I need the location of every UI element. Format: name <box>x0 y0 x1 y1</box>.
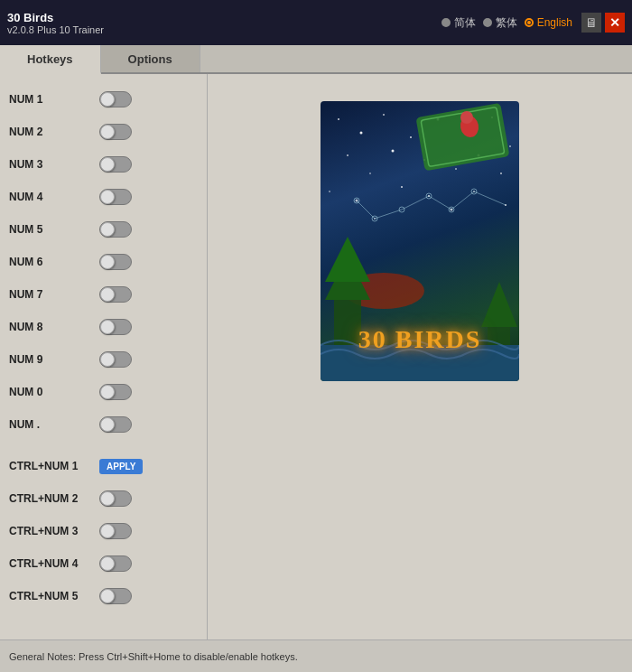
lang-traditional-label: 繁体 <box>496 15 517 31</box>
svg-line-23 <box>357 201 375 219</box>
toggle-knob-num2 <box>100 125 115 139</box>
svg-point-2 <box>383 114 385 116</box>
svg-point-0 <box>338 118 339 120</box>
toggle-knob-num9 <box>100 352 115 367</box>
svg-point-8 <box>347 154 349 156</box>
options-panel: 30 BIRDS <box>208 74 632 639</box>
apply-badge[interactable]: APPLY <box>99 459 143 474</box>
toggle-num6[interactable] <box>99 254 132 270</box>
hotkey-label-num8: NUM 8 <box>9 321 99 333</box>
svg-line-28 <box>474 191 506 205</box>
hotkey-label-num4: NUM 4 <box>9 191 99 203</box>
svg-marker-44 <box>481 282 517 327</box>
hotkey-row-num4: NUM 4 <box>0 181 207 213</box>
hotkey-row-ctrl-num1: CTRL+NUM 1 APPLY <box>0 450 207 482</box>
toggle-num5[interactable] <box>99 221 132 238</box>
toggle-numdot[interactable] <box>99 416 132 433</box>
hotkey-row-numdot: NUM . <box>0 408 207 441</box>
toggle-num1[interactable] <box>99 91 132 107</box>
language-group: 简体 繁体 English <box>441 15 572 31</box>
svg-point-10 <box>392 150 395 153</box>
divider <box>0 441 207 450</box>
hotkey-row-num1: NUM 1 <box>0 83 207 116</box>
hotkey-label-num9: NUM 9 <box>9 353 99 366</box>
app-title: 30 Birds <box>7 11 104 24</box>
toggle-knob-ctrl-num3 <box>100 524 115 538</box>
toggle-ctrl-num5[interactable] <box>99 588 132 604</box>
toggle-num4[interactable] <box>99 189 132 205</box>
main-content: NUM 1 NUM 2 NUM 3 NUM 4 NUM 5 NUM 6 <box>0 74 632 639</box>
toggle-ctrl-num4[interactable] <box>99 555 132 572</box>
hotkey-label-ctrl-num3: CTRL+NUM 3 <box>9 525 99 537</box>
hotkeys-panel: NUM 1 NUM 2 NUM 3 NUM 4 NUM 5 NUM 6 <box>0 74 208 639</box>
hotkey-row-ctrl-num4: CTRL+NUM 4 <box>0 547 207 580</box>
hotkey-label-num1: NUM 1 <box>9 93 99 106</box>
toggle-ctrl-num2[interactable] <box>99 490 132 507</box>
hotkey-row-num5: NUM 5 <box>0 213 207 246</box>
svg-marker-42 <box>325 237 370 282</box>
lang-simplified-label: 简体 <box>454 15 476 31</box>
toggle-num0[interactable] <box>99 384 132 400</box>
hotkey-row-num0: NUM 0 <box>0 376 207 408</box>
hotkey-row-num3: NUM 3 <box>0 148 207 181</box>
footer-note: General Notes: Press Ctrl+Shift+Home to … <box>9 651 298 662</box>
svg-point-1 <box>360 132 363 135</box>
tabs-bar: Hotkeys Options <box>0 45 632 74</box>
svg-point-3 <box>410 136 412 138</box>
toggle-knob-num7 <box>100 287 115 302</box>
toggle-num2[interactable] <box>99 124 132 140</box>
hotkey-row-num7: NUM 7 <box>0 278 207 311</box>
toggle-ctrl-num3[interactable] <box>99 523 132 539</box>
radio-traditional <box>483 18 492 27</box>
hotkey-label-num5: NUM 5 <box>9 223 99 236</box>
toggle-knob-num1 <box>100 92 115 107</box>
close-button[interactable]: ✕ <box>605 13 625 33</box>
toggle-num8[interactable] <box>99 319 132 335</box>
hotkey-label-num7: NUM 7 <box>9 288 99 301</box>
hotkey-label-num6: NUM 6 <box>9 256 99 268</box>
lang-english[interactable]: English <box>525 16 572 29</box>
toggle-num7[interactable] <box>99 286 132 303</box>
toggle-knob-num0 <box>100 385 115 399</box>
lang-english-label: English <box>537 16 572 29</box>
hotkey-label-ctrl-num4: CTRL+NUM 4 <box>9 557 99 570</box>
hotkey-row-ctrl-num2: CTRL+NUM 2 <box>0 482 207 515</box>
toggle-num9[interactable] <box>99 351 132 368</box>
svg-line-26 <box>429 196 451 210</box>
hotkey-label-num2: NUM 2 <box>9 126 99 138</box>
toggle-knob-numdot <box>100 417 115 432</box>
toggle-num3[interactable] <box>99 156 132 173</box>
lang-traditional[interactable]: 繁体 <box>483 15 517 31</box>
svg-point-7 <box>509 145 511 147</box>
toggle-knob-num4 <box>100 190 115 204</box>
svg-point-15 <box>329 191 330 192</box>
lang-simplified[interactable]: 简体 <box>441 15 476 31</box>
svg-line-25 <box>402 196 429 210</box>
title-bar-right: 简体 繁体 English 🖥 ✕ <box>441 13 625 33</box>
app-subtitle: v2.0.8 Plus 10 Trainer <box>7 24 104 35</box>
hotkey-row-ctrl-num5: CTRL+NUM 5 <box>0 580 207 612</box>
svg-line-27 <box>451 191 474 210</box>
window-controls: 🖥 ✕ <box>581 13 625 33</box>
svg-point-38 <box>460 111 473 124</box>
svg-point-9 <box>369 173 371 174</box>
svg-point-14 <box>500 173 502 174</box>
radio-simplified <box>441 18 451 27</box>
hotkey-label-num0: NUM 0 <box>9 386 99 398</box>
tab-options[interactable]: Options <box>101 45 200 72</box>
hotkey-label-num3: NUM 3 <box>9 158 99 171</box>
game-cover-title: 30 BIRDS <box>358 325 482 354</box>
toggle-knob-num3 <box>100 157 115 172</box>
hotkey-row-ctrl-num3: CTRL+NUM 3 <box>0 515 207 547</box>
monitor-button[interactable]: 🖥 <box>581 13 601 33</box>
radio-english <box>525 18 534 27</box>
toggle-knob-ctrl-num2 <box>100 491 115 506</box>
tab-hotkeys[interactable]: Hotkeys <box>0 45 101 74</box>
hotkey-row-num8: NUM 8 <box>0 311 207 343</box>
hotkey-label-ctrl-num2: CTRL+NUM 2 <box>9 492 99 505</box>
toggle-knob-num8 <box>100 320 115 334</box>
title-bar: 30 Birds v2.0.8 Plus 10 Trainer 简体 繁体 En… <box>0 0 632 45</box>
game-cover: 30 BIRDS <box>321 101 519 381</box>
footer: General Notes: Press Ctrl+Shift+Home to … <box>0 639 632 672</box>
svg-line-24 <box>375 210 402 219</box>
